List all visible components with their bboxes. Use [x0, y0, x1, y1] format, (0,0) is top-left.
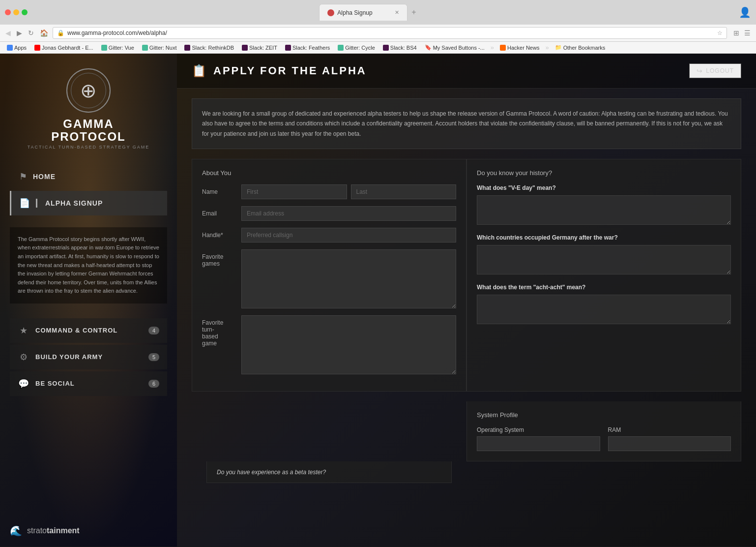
menu-button[interactable]: ☰ [743, 28, 752, 38]
bookmark-jonas[interactable]: Jonas Gebhardt - E... [31, 44, 96, 52]
bookmark-gitter-vue-label: Gitter: Vue [109, 45, 134, 51]
about-section-title: About You [202, 169, 456, 177]
bookmark-slack-zeit-label: Slack: ZEIT [249, 45, 277, 51]
window-controls [5, 9, 28, 15]
page-title-icon: 📋 [192, 64, 206, 78]
bookmark-gitter-cycle[interactable]: Gitter: Cycle [335, 44, 378, 52]
feature-army-badge: 5 [148, 353, 159, 361]
handle-input[interactable] [241, 228, 456, 243]
tab-close-button[interactable]: ✕ [395, 9, 399, 16]
os-label: Operating System [477, 426, 600, 433]
hacker-icon [500, 45, 506, 51]
bookmark-hacker-label: Hacker News [507, 45, 539, 51]
back-button[interactable]: ◀ [4, 28, 12, 38]
bookmark-slack-bs4[interactable]: Slack: BS4 [380, 44, 420, 52]
logout-button[interactable]: ↪ LOGOUT [689, 63, 741, 78]
fav-turn-textarea[interactable] [241, 315, 456, 374]
slack-icon-3 [285, 45, 291, 51]
stratotainment-icon: 🌊 [10, 525, 22, 537]
feature-command[interactable]: ★ COMMAND & CONTROL 4 [10, 318, 167, 343]
tab-title: Alpha Signup [337, 9, 372, 16]
fav-games-textarea[interactable] [241, 249, 456, 308]
logo-area: ⊕ GAMMA PROTOCOL TACTICAL TURN-BASED STR… [0, 54, 177, 159]
page-header: 📋 APPLY FOR THE ALPHA ↪ LOGOUT [177, 54, 756, 89]
feature-social-label: BE SOCIAL [35, 380, 143, 387]
first-name-input[interactable] [241, 184, 347, 199]
nav-item-home[interactable]: ⚑ HOME [10, 164, 167, 189]
address-bar[interactable]: 🔒 www.gamma-protocol.com/web/alpha/ ☆ [53, 27, 727, 39]
new-tab-button[interactable]: + [407, 4, 420, 21]
minimize-button[interactable] [13, 9, 19, 15]
chat-icon: 💬 [18, 378, 29, 389]
name-label: Name [202, 184, 236, 195]
bookmark-gitter-vue[interactable]: Gitter: Vue [98, 44, 137, 52]
fav-games-label: Favoritegames [202, 249, 236, 267]
doc-icon: 📄 [19, 198, 30, 209]
question-2-textarea[interactable] [477, 245, 731, 274]
question-2-group: Which countries occupied Germany after t… [477, 234, 731, 276]
user-icon: 👤 [739, 6, 751, 18]
os-select[interactable]: Windows 10 Windows 7 macOS Linux [477, 436, 600, 451]
secure-icon: 🔒 [57, 30, 64, 36]
question-1-group: What does "V-E day" mean? [477, 184, 731, 226]
feature-command-label: COMMAND & CONTROL [35, 327, 143, 334]
question-3-group: What does the term "acht-acht" mean? [477, 284, 731, 326]
bookmark-jonas-label: Jonas Gebhardt - E... [42, 45, 93, 51]
bookmark-slack-zeit[interactable]: Slack: ZEIT [239, 44, 280, 52]
history-section-title: Do you know your history? [477, 169, 731, 177]
maximize-button[interactable] [22, 9, 28, 15]
bookmark-gitter-nuxt[interactable]: Gitter: Nuxt [139, 44, 180, 52]
browser-tab[interactable]: Alpha Signup ✕ [319, 4, 407, 21]
forward-button[interactable]: ▶ [15, 28, 24, 38]
email-row: Email [202, 206, 456, 221]
feature-social[interactable]: 💬 BE SOCIAL 6 [10, 371, 167, 396]
question-3-label: What does the term "acht-acht" mean? [477, 284, 731, 291]
bookmark-icon-saved: 🔖 [425, 44, 432, 51]
history-section: Do you know your history? What does "V-E… [466, 159, 741, 392]
youtube-icon [34, 45, 40, 51]
extensions-button[interactable]: ⊞ [732, 28, 741, 38]
logout-icon: ↪ [697, 67, 703, 75]
bookmark-slack-rethink-label: Slack: RethinkDB [192, 45, 234, 51]
gitter-icon-1 [101, 45, 107, 51]
close-button[interactable] [5, 9, 11, 15]
bookmark-apps[interactable]: Apps [4, 44, 29, 52]
slack-icon-1 [184, 45, 190, 51]
fav-turn-row: Favoriteturn-basedgame [202, 315, 456, 374]
nav-home-label: HOME [33, 173, 56, 181]
story-box: The Gamma Protocol story begins shortly … [10, 227, 167, 304]
flag-icon: ⚑ [19, 171, 27, 182]
bookmark-hackernews[interactable]: Hacker News [497, 44, 542, 52]
ram-select[interactable]: 4 GB 8 GB 16 GB 32 GB+ [608, 436, 731, 451]
fav-games-row: Favoritegames [202, 249, 456, 308]
separator: » [491, 44, 494, 51]
bookmark-slack-bs4-label: Slack: BS4 [390, 45, 417, 51]
bookmark-gitter-cycle-label: Gitter: Cycle [345, 45, 375, 51]
info-text: We are looking for a small group of dedi… [202, 109, 731, 139]
bookmark-slack-feathers[interactable]: Slack: Feathers [282, 44, 333, 52]
gitter-icon-2 [142, 45, 148, 51]
bookmark-other[interactable]: 📁 Other Bookmarks [552, 43, 609, 52]
question-1-textarea[interactable] [477, 195, 731, 225]
bookmark-slack-rethink[interactable]: Slack: RethinkDB [181, 44, 237, 52]
footer-brand-label: stratostratotainmenttainment [27, 526, 80, 535]
question-3-textarea[interactable] [477, 295, 731, 324]
system-section-title: System Profile [477, 411, 731, 419]
ram-label: RAM [608, 426, 731, 433]
feature-army-label: BUILD YOUR ARMY [35, 353, 143, 361]
logo-title: GAMMA PROTOCOL [28, 118, 150, 144]
home-button[interactable]: 🏠 [38, 28, 50, 38]
handle-label: Handle* [202, 228, 236, 239]
refresh-button[interactable]: ↻ [27, 28, 35, 38]
star-icon[interactable]: ☆ [717, 30, 723, 36]
email-input[interactable] [241, 206, 456, 221]
slack-icon-4 [383, 45, 389, 51]
logout-label: LOGOUT [706, 67, 734, 74]
last-name-input[interactable] [351, 184, 457, 199]
main-content: 📋 APPLY FOR THE ALPHA ↪ LOGOUT We are lo… [177, 54, 756, 547]
navigation-bar: ◀ ▶ ↻ 🏠 🔒 www.gamma-protocol.com/web/alp… [0, 25, 756, 42]
apps-icon [7, 45, 13, 51]
nav-item-alpha-signup[interactable]: 📄 ALPHA SIGNUP [10, 191, 167, 215]
feature-army[interactable]: ⚙ BUILD YOUR ARMY 5 [10, 345, 167, 369]
bookmark-saved-buttons[interactable]: 🔖 My Saved Buttons -... [422, 43, 488, 52]
